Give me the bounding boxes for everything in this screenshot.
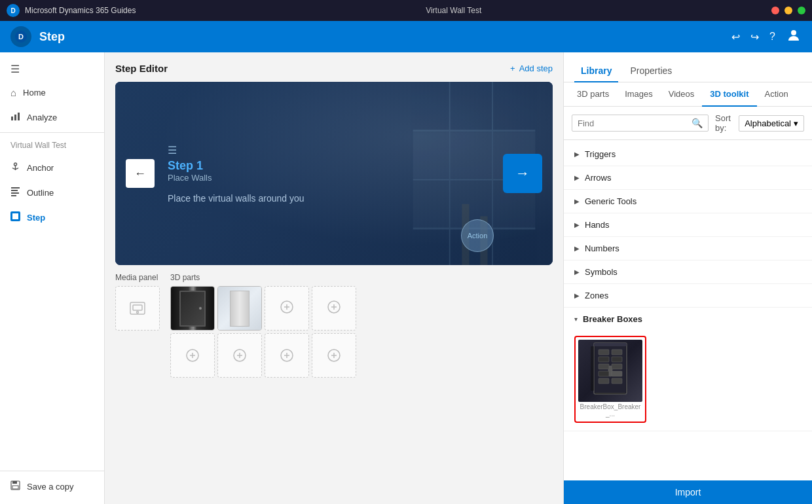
svg-rect-50 <box>599 350 609 355</box>
step-description: Place the virtual walls around you <box>168 193 487 204</box>
svg-text:D: D <box>18 33 24 41</box>
library-panel: Library Properties 3D parts Images Video… <box>563 52 812 504</box>
category-name: Numbers <box>585 243 619 253</box>
subtab-3d-parts[interactable]: 3D parts <box>569 82 617 107</box>
sidebar-item-label: Save a copy <box>27 482 74 492</box>
save-icon <box>10 480 20 492</box>
svg-rect-4 <box>14 115 16 120</box>
door-part[interactable] <box>170 286 215 331</box>
category-zones-header[interactable]: ▶ Zones <box>564 284 812 307</box>
breaker-boxes-content: BreakerBox_Breaker_... <box>564 331 812 431</box>
chevron-down-icon: ▾ <box>574 315 578 323</box>
category-generic-tools: ▶ Generic Tools <box>564 190 812 213</box>
sidebar-item-outline[interactable]: Outline <box>0 180 104 205</box>
svg-rect-27 <box>133 305 142 310</box>
media-panel-group: Media panel <box>115 273 160 331</box>
svg-rect-15 <box>12 481 17 484</box>
sort-value: Alphabetical <box>745 118 791 128</box>
sidebar-item-label: Home <box>23 88 46 98</box>
min-btn[interactable] <box>784 7 792 14</box>
step-editor-header: Step Editor + Add step <box>115 63 553 74</box>
category-triggers: ▶ Triggers <box>564 143 812 166</box>
category-symbols-header[interactable]: ▶ Symbols <box>564 261 812 283</box>
import-button[interactable]: Import <box>564 480 812 504</box>
svg-rect-53 <box>599 371 609 376</box>
main-layout: ☰ ⌂ Home Analyze Virtual Wall Test <box>0 52 812 504</box>
close-btn[interactable] <box>771 7 779 14</box>
list-icon: ☰ <box>168 144 177 156</box>
sidebar-item-save-copy[interactable]: Save a copy <box>0 474 104 499</box>
step-name: Place Walls <box>168 173 487 183</box>
help-icon[interactable]: ? <box>769 31 775 43</box>
search-icon: 🔍 <box>692 118 703 128</box>
sidebar-item-home[interactable]: ⌂ Home <box>0 81 104 105</box>
wall-panel-part[interactable] <box>217 286 262 331</box>
category-breaker-boxes: ▾ Breaker Boxes <box>564 308 812 431</box>
plus-icon: + <box>510 63 515 73</box>
action-badge[interactable]: Action <box>461 219 494 252</box>
undo-icon[interactable]: ↩ <box>731 31 740 43</box>
search-input[interactable] <box>578 118 688 128</box>
tab-library[interactable]: Library <box>574 60 618 82</box>
outline-icon <box>10 187 20 198</box>
media-panel-grid <box>115 286 160 331</box>
library-subtabs: 3D parts Images Videos 3D toolkit Action <box>564 82 812 107</box>
svg-rect-8 <box>11 187 20 189</box>
category-arrows-header[interactable]: ▶ Arrows <box>564 166 812 189</box>
prev-step-button[interactable]: ← <box>126 159 155 188</box>
category-numbers-header[interactable]: ▶ Numbers <box>564 237 812 260</box>
category-triggers-header[interactable]: ▶ Triggers <box>564 143 812 166</box>
category-symbols: ▶ Symbols <box>564 261 812 284</box>
category-breaker-boxes-header[interactable]: ▾ Breaker Boxes <box>564 308 812 331</box>
svg-rect-52 <box>599 364 609 369</box>
category-name: Zones <box>585 291 608 300</box>
media-panel-cell[interactable] <box>115 286 160 331</box>
home-icon: ⌂ <box>10 87 16 98</box>
chevron-right-icon: ▶ <box>574 268 580 276</box>
step-editor-title: Step Editor <box>115 63 168 74</box>
category-name: Breaker Boxes <box>583 314 642 324</box>
breaker-box-item[interactable]: BreakerBox_Breaker_... <box>574 336 646 423</box>
empty-part-5[interactable] <box>265 333 309 378</box>
sidebar-item-step[interactable]: Step <box>0 205 104 230</box>
subtab-action[interactable]: Action <box>757 82 796 107</box>
chevron-right-icon: ▶ <box>574 174 580 181</box>
next-step-button[interactable]: → <box>503 154 542 193</box>
add-step-button[interactable]: + Add step <box>510 63 553 73</box>
parts-3d-grid <box>170 286 356 378</box>
sidebar-divider-bottom <box>0 471 104 471</box>
add-part-icon <box>280 348 294 363</box>
category-generic-tools-header[interactable]: ▶ Generic Tools <box>564 190 812 213</box>
max-btn[interactable] <box>798 7 805 14</box>
empty-part-6[interactable] <box>312 333 356 378</box>
analyze-icon <box>10 111 20 123</box>
empty-part-3[interactable] <box>170 333 215 378</box>
svg-rect-16 <box>12 486 18 489</box>
sidebar-item-analyze[interactable]: Analyze <box>0 105 104 130</box>
category-hands-header[interactable]: ▶ Hands <box>564 213 812 236</box>
hamburger-menu[interactable]: ☰ <box>0 58 104 81</box>
subtab-3d-toolkit[interactable]: 3D toolkit <box>702 82 756 107</box>
sidebar-divider <box>0 132 104 133</box>
action-label: Action <box>468 232 488 240</box>
header-bar: D Step ↩ ↪ ? <box>0 21 812 52</box>
subtab-videos[interactable]: Videos <box>661 82 703 107</box>
tab-properties[interactable]: Properties <box>623 60 678 82</box>
empty-part-1[interactable] <box>265 286 309 331</box>
redo-icon[interactable]: ↪ <box>750 31 759 43</box>
subtab-images[interactable]: Images <box>617 82 661 107</box>
empty-part-4[interactable] <box>217 333 262 378</box>
empty-part-2[interactable] <box>312 286 356 331</box>
breaker-box-svg <box>581 340 640 402</box>
add-step-label: Add step <box>519 63 553 73</box>
category-zones: ▶ Zones <box>564 284 812 308</box>
step-content: ☰ Step 1 Place Walls Place the virtual w… <box>168 144 487 204</box>
user-icon[interactable] <box>786 27 802 46</box>
sidebar-item-anchor[interactable]: Anchor <box>0 155 104 180</box>
svg-rect-13 <box>12 213 18 219</box>
chevron-right-icon: ▶ <box>574 245 580 252</box>
window-title: Virtual Wall Test <box>136 6 771 15</box>
svg-rect-51 <box>599 357 609 362</box>
sort-dropdown[interactable]: Alphabetical ▾ <box>739 115 804 132</box>
sidebar-item-label: Anchor <box>27 163 54 173</box>
